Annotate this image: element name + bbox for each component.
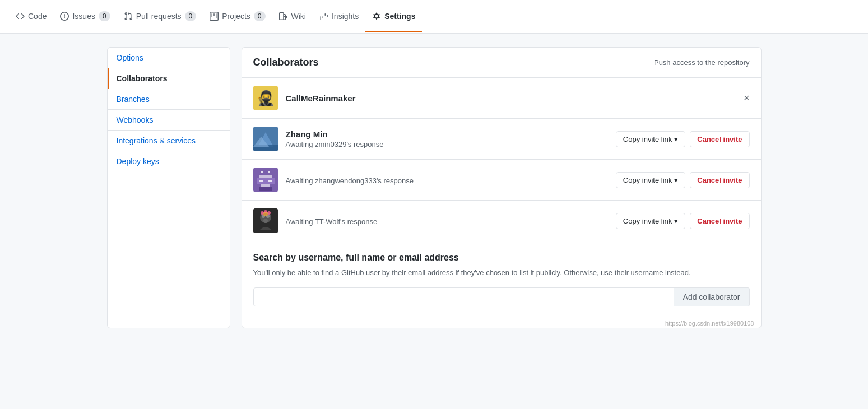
tab-wiki[interactable]: Wiki [272,2,313,32]
dropdown-arrow-icon: ▾ [674,217,678,225]
collab-actions-zhang-min: Copy invite link ▾ Cancel invite [616,131,750,147]
tab-pull-requests[interactable]: Pull requests 0 [117,1,203,32]
collab-info-tt-wolf: Awaiting TT-Wolf's response [286,216,608,226]
add-collaborator-button[interactable]: Add collaborator [674,287,750,306]
tab-projects[interactable]: Projects 0 [203,1,272,32]
svg-rect-12 [259,187,272,191]
copy-invite-zhangwendong333-button[interactable]: Copy invite link ▾ [616,172,685,188]
section-header: Collaborators Push access to the reposit… [242,48,761,78]
collab-info-callmerainmaker: CallMeRainmaker [286,94,736,103]
search-row: Add collaborator [253,287,750,306]
issues-badge: 0 [99,11,110,21]
dropdown-arrow-icon: ▾ [674,176,678,184]
tab-issues[interactable]: Issues 0 [53,1,117,32]
svg-rect-6 [268,171,270,173]
svg-point-17 [263,219,268,223]
collab-name-zhang-min: Zhang Min [286,129,608,139]
collab-actions-tt-wolf: Copy invite link ▾ Cancel invite [616,213,750,229]
tab-settings[interactable]: Settings [365,2,422,32]
collab-actions-zhangwendong333: Copy invite link ▾ Cancel invite [616,172,750,188]
collab-row-callmerainmaker: 🥷 CallMeRainmaker × [242,78,761,119]
sidebar-item-deploy-keys[interactable]: Deploy keys [108,151,230,171]
collab-status-zhangwendong333: Awaiting zhangwendong333's response [286,176,608,185]
search-input[interactable] [253,287,674,306]
svg-rect-11 [261,184,270,187]
collab-status-zhang-min: Awaiting zmin0329's response [286,140,608,148]
cancel-invite-tt-wolf-button[interactable]: Cancel invite [690,213,749,229]
avatar-zhang-min [253,127,278,151]
collab-info-zhang-min: Zhang Min Awaiting zmin0329's response [286,129,608,148]
tab-insights[interactable]: Insights [313,2,365,32]
watermark: https://blog.csdn.net/lx19980108 [242,318,761,328]
avatar-callmerainmaker: 🥷 [253,86,278,110]
pr-badge: 0 [185,11,197,21]
sidebar-item-branches[interactable]: Branches [108,89,230,110]
main-content: Collaborators Push access to the reposit… [242,47,762,328]
page-layout: Options Collaborators Branches Webhooks … [98,47,770,328]
copy-invite-tt-wolf-button[interactable]: Copy invite link ▾ [616,213,685,229]
sidebar-item-webhooks[interactable]: Webhooks [108,110,230,131]
search-desc: You'll only be able to find a GitHub use… [253,267,750,278]
collab-row-zhangwendong333: Awaiting zhangwendong333's response Copy… [242,160,761,201]
svg-rect-9 [259,180,263,182]
dropdown-arrow-icon: ▾ [674,135,678,143]
collab-row-tt-wolf: Awaiting TT-Wolf's response Copy invite … [242,201,761,241]
sidebar-item-collaborators[interactable]: Collaborators [108,68,230,89]
svg-rect-5 [261,171,263,173]
top-nav: Code Issues 0 Pull requests 0 Projects 0… [0,0,868,34]
section-title: Collaborators [253,57,319,68]
svg-rect-7 [259,175,272,178]
projects-badge: 0 [254,11,266,21]
copy-invite-zhang-min-button[interactable]: Copy invite link ▾ [616,131,685,147]
collab-info-zhangwendong333: Awaiting zhangwendong333's response [286,175,608,185]
sidebar: Options Collaborators Branches Webhooks … [107,47,230,328]
sidebar-item-options[interactable]: Options [108,48,230,68]
avatar-zhangwendong333 [253,168,278,192]
collab-name-callmerainmaker: CallMeRainmaker [286,94,736,103]
tab-code[interactable]: Code [9,2,53,32]
collab-row-zhang-min: Zhang Min Awaiting zmin0329's response C… [242,119,761,160]
collab-status-tt-wolf: Awaiting TT-Wolf's response [286,217,608,226]
cancel-invite-zhang-min-button[interactable]: Cancel invite [690,131,749,147]
svg-rect-10 [268,180,272,182]
svg-point-21 [263,212,268,216]
sidebar-item-integrations[interactable]: Integrations & services [108,131,230,151]
cancel-invite-zhangwendong333-button[interactable]: Cancel invite [690,172,749,188]
search-title: Search by username, full name or email a… [253,253,750,263]
section-desc: Push access to the repository [654,58,750,67]
close-callmerainmaker-button[interactable]: × [744,92,750,104]
search-section: Search by username, full name or email a… [242,241,761,318]
avatar-tt-wolf [253,208,278,233]
